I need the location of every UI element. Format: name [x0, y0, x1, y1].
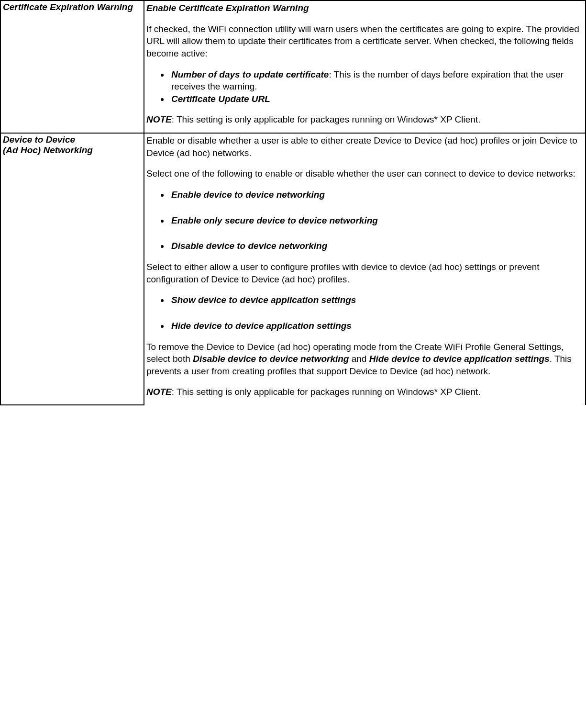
list-item: Enable only secure device to device netw… — [169, 214, 583, 227]
list-item: Enable device to device networking — [169, 189, 583, 201]
bullet-list: Show device to device application settin… — [146, 294, 583, 332]
list-item: Hide device to device application settin… — [169, 320, 583, 332]
text-segment: and — [349, 354, 369, 364]
setting-description-cell: Enable Certificate Expiration Warning If… — [144, 0, 586, 133]
list-item: Number of days to update certificate: Th… — [169, 68, 583, 93]
note-label: NOTE — [146, 387, 172, 397]
bold-segment: Disable device to device networking — [193, 354, 349, 364]
setting-name-cell: Device to Device (Ad Hoc) Networking — [0, 133, 144, 405]
table-row: Device to Device (Ad Hoc) Networking Ena… — [0, 133, 586, 405]
bullet-bold: Enable device to device networking — [171, 190, 325, 200]
bullet-bold: Number of days to update certificate — [171, 69, 329, 79]
setting-name-line: Device to Device — [3, 134, 75, 145]
paragraph: Enable or disable whether a user is able… — [146, 134, 583, 159]
settings-table: Certificate Expiration Warning Enable Ce… — [0, 0, 586, 405]
bullet-bold: Certificate Update URL — [171, 94, 270, 104]
note-text: : This setting is only applicable for pa… — [172, 387, 481, 397]
list-item: Disable device to device networking — [169, 240, 583, 252]
table-row: Certificate Expiration Warning Enable Ce… — [0, 0, 586, 133]
paragraph: If checked, the WiFi connection utility … — [146, 23, 583, 60]
bullet-bold: Show device to device application settin… — [171, 295, 356, 305]
note-label: NOTE — [146, 114, 172, 124]
setting-heading: Enable Certificate Expiration Warning — [146, 2, 583, 14]
note-paragraph: NOTE: This setting is only applicable fo… — [146, 113, 583, 126]
paragraph: To remove the Device to Device (ad hoc) … — [146, 341, 583, 378]
bullet-bold: Hide device to device application settin… — [171, 321, 352, 331]
bullet-bold: Disable device to device networking — [171, 241, 327, 251]
setting-name-cell: Certificate Expiration Warning — [0, 0, 144, 133]
list-item: Show device to device application settin… — [169, 294, 583, 306]
bullet-list: Enable device to device networking Enabl… — [146, 189, 583, 252]
paragraph: Select to either allow a user to configu… — [146, 261, 583, 285]
setting-name-line: (Ad Hoc) Networking — [3, 145, 93, 155]
setting-description-cell: Enable or disable whether a user is able… — [144, 133, 586, 405]
bold-segment: Hide device to device application settin… — [369, 354, 550, 364]
note-paragraph: NOTE: This setting is only applicable fo… — [146, 386, 583, 398]
list-item: Certificate Update URL — [169, 93, 583, 105]
bullet-bold: Enable only secure device to device netw… — [171, 215, 378, 225]
setting-name: Certificate Expiration Warning — [3, 2, 133, 12]
note-text: : This setting is only applicable for pa… — [172, 114, 481, 124]
bullet-list: Number of days to update certificate: Th… — [146, 68, 583, 105]
paragraph: Select one of the following to enable or… — [146, 168, 583, 180]
